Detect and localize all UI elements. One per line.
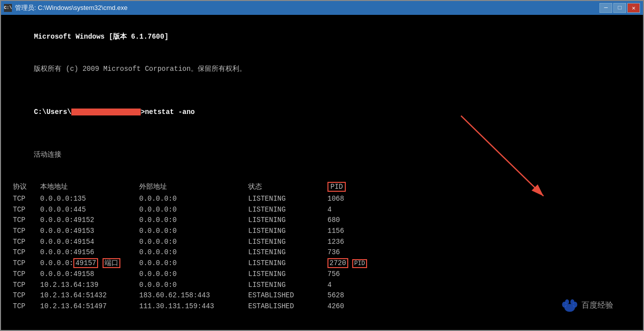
console-area: Microsoft Windows [版本 6.1.7600] 版权所有 (c)…: [1, 15, 643, 330]
cell-remote: 0.0.0.0:0: [139, 258, 248, 269]
cell-pid: 1156: [327, 226, 367, 237]
cell-local: 0.0.0.0:49154: [40, 237, 139, 248]
pid-annotation: PID: [352, 259, 367, 268]
port-label: 端口: [103, 258, 120, 268]
cell-local: 0.0.0.0:49152: [40, 215, 139, 226]
cell-state: LISTENING: [248, 237, 327, 248]
cell-proto: TCP: [13, 280, 40, 291]
cell-local: 0.0.0.0:135: [40, 194, 139, 205]
table-headers: 协议 本地地址 外部地址 状态 PID: [13, 182, 635, 193]
table-row: TCP0.0.0.0:491540.0.0.0:0LISTENING1236: [13, 237, 635, 248]
table-row: TCP0.0.0.0:491520.0.0.0:0LISTENING680: [13, 215, 635, 226]
cell-local: 0.0.0.0:49153: [40, 226, 139, 237]
cell-state: LISTENING: [248, 247, 327, 258]
cell-proto: TCP: [13, 269, 40, 280]
cmd-window: C:\ 管理员: C:\Windows\system32\cmd.exe ─ □…: [0, 0, 644, 331]
cell-remote: 0.0.0.0:0: [139, 194, 248, 205]
line-copyright: 版权所有 (c) 2009 Microsoft Corporation。保留所有…: [9, 53, 635, 85]
cell-local: 0.0.0.0:49157 端口: [40, 258, 139, 269]
table-row: TCP0.0.0.0:4450.0.0.0:0LISTENING4: [13, 205, 635, 216]
table-row: TCP10.2.13.64:51497111.30.131.159:443EST…: [13, 301, 635, 312]
close-button[interactable]: ✕: [627, 3, 640, 13]
cell-pid: 1068: [327, 194, 367, 205]
watermark-text: 百度经验: [582, 299, 613, 312]
cell-pid: 756: [327, 269, 367, 280]
cell-state: ESTABLISHED: [248, 301, 327, 312]
cell-remote: 0.0.0.0:0: [139, 226, 248, 237]
cell-pid: 680: [327, 215, 367, 226]
cell-pid: 4: [327, 205, 367, 216]
cell-remote: 183.60.62.158:443: [139, 290, 248, 301]
line-blank2: [9, 128, 635, 139]
netstat-table: TCP0.0.0.0:1350.0.0.0:0LISTENING1068TCP0…: [9, 194, 635, 312]
window-controls: ─ □ ✕: [599, 3, 640, 13]
prompt-redacted: [71, 109, 141, 115]
cell-remote: 0.0.0.0:0: [139, 269, 248, 280]
table-row: TCP0.0.0.0:491560.0.0.0:0LISTENING736: [13, 247, 635, 258]
table-row: TCP0.0.0.0:49157 端口0.0.0.0:0LISTENING272…: [13, 258, 635, 269]
svg-point-6: [570, 299, 574, 305]
prompt-prefix: C:\Users\: [34, 108, 71, 116]
cell-proto: TCP: [13, 258, 40, 269]
cell-state: ESTABLISHED: [248, 290, 327, 301]
line-prompt: C:\Users\>netstat -ano: [9, 96, 635, 128]
title-bar: C:\ 管理员: C:\Windows\system32\cmd.exe ─ □…: [1, 1, 643, 15]
cmd-icon: C:\: [4, 4, 12, 12]
prompt-suffix: >netstat -ano: [141, 108, 195, 116]
line-blank3: [9, 171, 635, 182]
cell-local: 10.2.13.64:51432: [40, 290, 139, 301]
cell-local: 0.0.0.0:445: [40, 205, 139, 216]
svg-point-5: [565, 299, 569, 305]
line-version: Microsoft Windows [版本 6.1.7600]: [9, 21, 635, 53]
cell-state: LISTENING: [248, 269, 327, 280]
cell-remote: 0.0.0.0:0: [139, 247, 248, 258]
pid-header-box: PID: [327, 182, 346, 192]
baidu-paw-icon: [560, 295, 580, 315]
cell-remote: 0.0.0.0:0: [139, 205, 248, 216]
cell-state: LISTENING: [248, 194, 327, 205]
cell-pid: 4: [327, 280, 367, 291]
line-blank1: [9, 85, 635, 96]
header-pid: PID: [327, 182, 367, 193]
port-highlight: 49157: [73, 258, 98, 268]
cell-proto: TCP: [13, 194, 40, 205]
pid-highlight: 2720: [327, 258, 348, 268]
cell-local: 0.0.0.0:49156: [40, 247, 139, 258]
cell-state: LISTENING: [248, 280, 327, 291]
table-row: TCP0.0.0.0:491580.0.0.0:0LISTENING756: [13, 269, 635, 280]
header-proto: 协议: [13, 182, 40, 193]
cell-pid: 4260: [327, 301, 367, 312]
cell-pid: 5628: [327, 290, 367, 301]
cell-state: LISTENING: [248, 215, 327, 226]
header-remote: 外部地址: [139, 182, 248, 193]
cell-remote: 0.0.0.0:0: [139, 237, 248, 248]
header-local: 本地地址: [40, 182, 139, 193]
active-connections-text: 活动连接: [34, 151, 61, 159]
header-state: 状态: [248, 182, 327, 193]
cell-proto: TCP: [13, 226, 40, 237]
minimize-button[interactable]: ─: [599, 3, 612, 13]
cell-pid: 2720 PID: [327, 258, 367, 269]
maximize-button[interactable]: □: [613, 3, 626, 13]
copyright-text: 版权所有 (c) 2009 Microsoft Corporation。保留所有…: [34, 65, 246, 73]
table-row: TCP0.0.0.0:491530.0.0.0:0LISTENING1156: [13, 226, 635, 237]
cell-proto: TCP: [13, 205, 40, 216]
cell-proto: TCP: [13, 301, 40, 312]
version-text: Microsoft Windows [版本 6.1.7600]: [34, 33, 168, 41]
cell-remote: 111.30.131.159:443: [139, 301, 248, 312]
table-row: TCP10.2.13.64:51432183.60.62.158:443ESTA…: [13, 290, 635, 301]
table-row: TCP10.2.13.64:1390.0.0.0:0LISTENING4: [13, 280, 635, 291]
cell-proto: TCP: [13, 237, 40, 248]
active-connections-label: 活动连接: [9, 139, 635, 171]
cell-pid: 1236: [327, 237, 367, 248]
cell-local: 10.2.13.64:139: [40, 280, 139, 291]
window-title: 管理员: C:\Windows\system32\cmd.exe: [15, 3, 599, 12]
cell-proto: TCP: [13, 247, 40, 258]
cell-state: LISTENING: [248, 258, 327, 269]
table-row: TCP0.0.0.0:1350.0.0.0:0LISTENING1068: [13, 194, 635, 205]
watermark: 百度经验: [560, 295, 613, 315]
cell-state: LISTENING: [248, 205, 327, 216]
cell-pid: 736: [327, 247, 367, 258]
cell-remote: 0.0.0.0:0: [139, 215, 248, 226]
cell-local: 10.2.13.64:51497: [40, 301, 139, 312]
